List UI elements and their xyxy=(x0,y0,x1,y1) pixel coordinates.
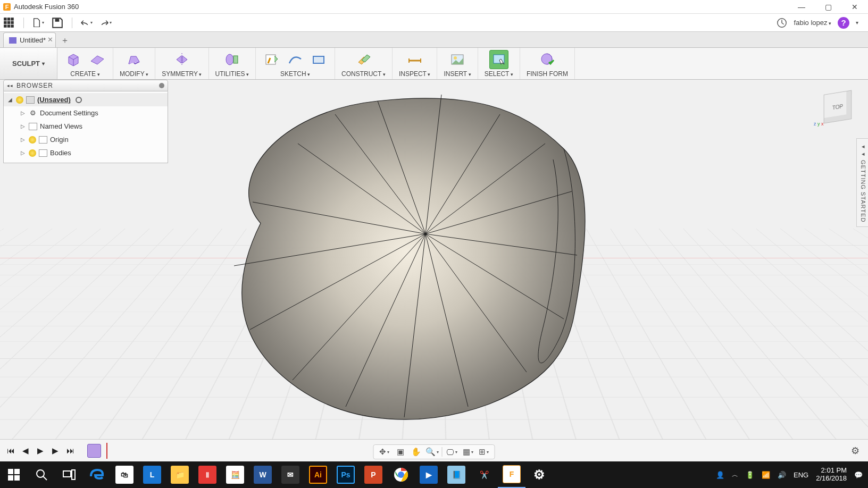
inspect-icon[interactable] xyxy=(405,50,424,69)
tray-chevron-icon[interactable]: ︿ xyxy=(732,470,738,479)
taskbar-app-l[interactable]: L xyxy=(138,461,166,488)
job-status-icon[interactable] xyxy=(776,17,788,29)
taskbar-app-notes[interactable]: 📘 xyxy=(443,461,470,488)
twisty-icon[interactable]: ▷ xyxy=(20,137,26,142)
taskbar-app-snip[interactable]: ✂️ xyxy=(470,461,498,488)
taskbar-app-red[interactable]: ⫴ xyxy=(194,461,221,488)
inspect-label[interactable]: INSPECT xyxy=(399,70,431,78)
tree-item-bodies[interactable]: ▷ Bodies xyxy=(4,146,168,159)
new-tab-button[interactable]: ＋ xyxy=(58,33,72,47)
save-icon[interactable] xyxy=(52,17,63,29)
viewport-layout-icon[interactable]: ⊞ xyxy=(478,446,490,458)
utilities-icon[interactable] xyxy=(222,50,241,69)
help-icon[interactable]: ? xyxy=(838,17,849,29)
window-close[interactable]: ✕ xyxy=(841,0,868,14)
tray-clock[interactable]: 2:01 PM 2/16/2018 xyxy=(816,467,847,483)
symmetry-icon[interactable] xyxy=(172,50,191,69)
data-panel-icon[interactable] xyxy=(3,17,15,29)
taskbar-app-photoshop[interactable]: Ps xyxy=(332,461,360,488)
twisty-icon[interactable]: ▷ xyxy=(20,150,26,156)
finish-form-icon[interactable] xyxy=(538,50,557,69)
construct-icon[interactable] xyxy=(354,50,373,69)
visibility-icon[interactable] xyxy=(16,96,23,104)
timeline-settings-icon[interactable]: ⚙ xyxy=(851,445,859,457)
user-menu[interactable]: fabio lopez xyxy=(794,19,831,27)
tray-volume-icon[interactable]: 🔊 xyxy=(778,471,786,479)
utilities-label[interactable]: UTILITIES xyxy=(215,70,249,78)
taskbar-app-powerpoint[interactable]: P xyxy=(360,461,387,488)
rectangle-icon[interactable] xyxy=(309,50,328,69)
model-shape[interactable] xyxy=(191,85,628,431)
timeline-marker[interactable] xyxy=(106,443,107,459)
timeline-play-icon[interactable]: ▶ xyxy=(35,445,46,456)
start-button[interactable] xyxy=(0,461,28,488)
panel-options-icon[interactable] xyxy=(159,83,164,88)
file-menu-icon[interactable] xyxy=(32,17,44,29)
workspace-switcher[interactable]: SCULPT xyxy=(0,48,57,79)
redo-icon[interactable] xyxy=(100,17,112,29)
box-tool-icon[interactable] xyxy=(64,50,83,69)
timeline-start-icon[interactable]: ⏮ xyxy=(5,445,16,456)
taskbar-app-explorer[interactable]: 📁 xyxy=(166,461,194,488)
tray-people-icon[interactable]: 👤 xyxy=(716,471,724,479)
viewcube-face[interactable]: TOP xyxy=(824,90,852,124)
taskbar-app-settings[interactable]: ⚙ xyxy=(525,461,553,488)
look-at-icon[interactable]: ▣ xyxy=(394,446,407,458)
visibility-icon[interactable] xyxy=(29,136,36,144)
finish-label[interactable]: FINISH FORM xyxy=(527,70,568,78)
taskbar-app-blue[interactable]: ▶ xyxy=(415,461,443,488)
grid-settings-icon[interactable]: ▦ xyxy=(462,446,474,458)
spline-icon[interactable] xyxy=(286,50,305,69)
construct-label[interactable]: CONSTRUCT xyxy=(341,70,386,78)
insert-label[interactable]: INSERT xyxy=(444,70,471,78)
select-icon[interactable] xyxy=(489,50,508,69)
taskbar-app-fusion[interactable]: F xyxy=(498,461,525,488)
activate-icon[interactable] xyxy=(76,97,82,103)
taskbar-app-calc[interactable]: 🧮 xyxy=(221,461,249,488)
help-caret[interactable]: ▾ xyxy=(856,20,858,26)
timeline-step-back-icon[interactable]: ◀ xyxy=(20,445,31,456)
twisty-icon[interactable]: ▷ xyxy=(20,123,26,129)
tray-battery-icon[interactable]: 🔋 xyxy=(746,471,754,479)
tree-item-named-views[interactable]: ▷ Named Views xyxy=(4,120,168,133)
twisty-icon[interactable]: ◢ xyxy=(7,97,13,103)
timeline-end-icon[interactable]: ⏭ xyxy=(65,445,76,456)
browser-header[interactable]: ◂◂ BROWSER xyxy=(3,80,168,91)
collapse-icon[interactable]: ◂◂ xyxy=(7,83,13,88)
document-tab[interactable]: Untitled* ✕ xyxy=(3,32,56,47)
twisty-icon[interactable]: ▷ xyxy=(20,110,26,116)
window-minimize[interactable]: — xyxy=(788,0,815,14)
orbit-icon[interactable]: ✥ xyxy=(378,446,391,458)
tree-item-origin[interactable]: ▷ Origin xyxy=(4,133,168,146)
create-sketch-icon[interactable] xyxy=(262,50,281,69)
modify-label[interactable]: MODIFY xyxy=(120,70,148,78)
window-maximize[interactable]: ▢ xyxy=(815,0,841,14)
pan-icon[interactable]: ✋ xyxy=(410,446,423,458)
taskbar-app-illustrator[interactable]: Ai xyxy=(304,461,332,488)
symmetry-label[interactable]: SYMMETRY xyxy=(162,70,202,78)
zoom-icon[interactable]: 🔍 xyxy=(426,446,439,458)
taskbar-app-mail[interactable]: ✉ xyxy=(277,461,304,488)
viewcube[interactable]: TOP z y x xyxy=(817,86,858,128)
search-icon[interactable] xyxy=(28,461,55,488)
tree-root[interactable]: ◢ (Unsaved) xyxy=(4,93,168,106)
tree-item-document-settings[interactable]: ▷ ⚙ Document Settings xyxy=(4,106,168,120)
sketch-label[interactable]: SKETCH xyxy=(280,70,310,78)
close-tab-icon[interactable]: ✕ xyxy=(47,36,53,44)
timeline-feature-form[interactable] xyxy=(87,444,101,458)
taskbar-app-edge[interactable] xyxy=(83,461,111,488)
tray-lang[interactable]: ENG xyxy=(794,471,808,479)
select-label[interactable]: SELECT xyxy=(485,70,513,78)
display-settings-icon[interactable]: 🖵 xyxy=(446,446,458,458)
edit-form-icon[interactable] xyxy=(124,50,144,69)
taskbar-app-chrome[interactable] xyxy=(387,461,415,488)
tray-wifi-icon[interactable]: 📶 xyxy=(762,471,770,479)
undo-icon[interactable] xyxy=(81,17,93,29)
tray-notifications-icon[interactable]: 💬 xyxy=(854,471,863,479)
insert-icon[interactable] xyxy=(448,50,467,69)
taskbar-app-word[interactable]: W xyxy=(249,461,277,488)
create-label[interactable]: CREATE xyxy=(70,70,99,78)
timeline-step-fwd-icon[interactable]: ▶ xyxy=(50,445,61,456)
taskbar-app-store[interactable]: 🛍 xyxy=(111,461,138,488)
task-view-icon[interactable] xyxy=(55,461,83,488)
